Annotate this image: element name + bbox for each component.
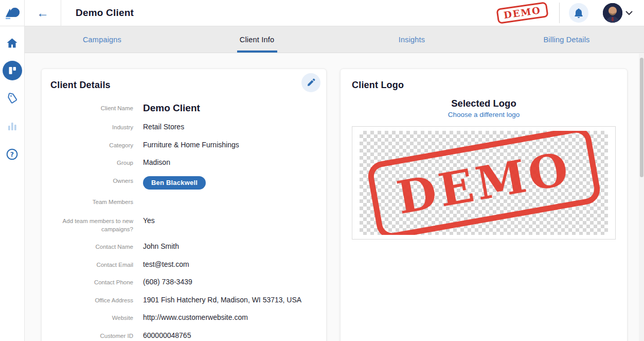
detail-row: GroupMadison — [42, 157, 326, 167]
notification-bell-icon — [574, 8, 584, 19]
sidebar-item-dashboard[interactable] — [3, 61, 22, 80]
bar-chart-icon — [7, 122, 17, 131]
content-area: Client Details Client NameDemo ClientInd… — [25, 54, 644, 341]
detail-row-label: Contact Name — [42, 241, 143, 251]
detail-row-value: Yes — [143, 215, 155, 233]
sidebar-item-help[interactable]: ? — [3, 144, 22, 164]
client-logo-title: Client Logo — [352, 80, 627, 91]
tab-campaigns[interactable]: Campaigns — [25, 26, 180, 53]
detail-row-value: http://www.customerwebsite.com — [143, 312, 248, 322]
detail-row-value: (608) 738-3439 — [143, 277, 192, 287]
detail-row-label: Client Name — [42, 103, 143, 114]
detail-row-label: Add team members to new campaigns? — [42, 215, 143, 233]
detail-row: Customer ID600000048765 — [42, 330, 326, 340]
detail-row: Client NameDemo Client — [42, 103, 326, 114]
tab-billing-details-label: Billing Details — [543, 36, 589, 44]
client-details-title: Client Details — [50, 80, 326, 91]
demo-stamp-badge: DEMO — [496, 2, 548, 24]
detail-row-label: Website — [42, 312, 143, 322]
page-title: Demo Client — [76, 7, 134, 19]
sidebar-item-home[interactable] — [3, 33, 22, 53]
detail-row-value: 600000048765 — [143, 330, 191, 340]
detail-row: OwnersBen Blackwell — [42, 175, 326, 190]
sidebar-item-tags[interactable] — [3, 89, 22, 108]
detail-row-value: test@test.com — [143, 259, 189, 269]
scrollbar-thumb[interactable] — [640, 58, 643, 177]
tab-client-info-label: Client Info — [240, 36, 275, 44]
detail-row: Websitehttp://www.customerwebsite.com — [42, 312, 326, 322]
app-logo[interactable] — [0, 0, 25, 26]
account-menu-chevron[interactable] — [625, 8, 633, 18]
detail-row: Office Address1901 Fish Hatchery Rd, Mad… — [42, 295, 326, 305]
tag-icon — [7, 93, 18, 104]
sidebar-item-reports[interactable] — [3, 116, 22, 136]
detail-row-label: Office Address — [42, 295, 143, 305]
choose-different-logo-link[interactable]: Choose a different logo — [341, 111, 627, 118]
client-details-card: Client Details Client NameDemo ClientInd… — [41, 69, 327, 341]
scrollbar-track[interactable] — [639, 54, 644, 341]
detail-row-label: Team Members — [42, 196, 143, 207]
tab-insights-label: Insights — [399, 36, 425, 44]
tab-insights[interactable]: Insights — [334, 26, 489, 53]
detail-row: CategoryFurniture & Home Furnishings — [42, 140, 326, 150]
back-button[interactable]: ← — [25, 0, 61, 26]
detail-row-value: Furniture & Home Furnishings — [143, 140, 239, 150]
detail-row-label: Customer ID — [42, 330, 143, 340]
home-icon — [7, 38, 17, 48]
detail-row-value: 1901 Fish Hatchery Rd, Madison, WI 53713… — [143, 295, 301, 305]
user-avatar-image — [603, 3, 622, 23]
transparency-checkerboard: DEMO — [360, 131, 608, 235]
tab-campaigns-label: Campaigns — [83, 36, 121, 44]
detail-row: IndustryRetail Stores — [42, 122, 326, 132]
left-arrow-icon: ← — [37, 7, 49, 19]
owner-chip[interactable]: Ben Blackwell — [143, 176, 206, 190]
logo-preview-frame: DEMO — [352, 126, 616, 240]
svg-text:?: ? — [10, 150, 14, 158]
detail-row-label: Contact Email — [42, 259, 143, 269]
app-header: ← Demo Client DEMO — [0, 0, 644, 26]
detail-row: Team Members — [42, 196, 326, 207]
client-tabs: Campaigns Client Info Insights Billing D… — [25, 26, 644, 53]
chevron-down-icon — [625, 11, 633, 15]
notifications-button[interactable] — [569, 3, 588, 23]
demo-logo-stamp: DEMO — [366, 131, 602, 235]
detail-row-label: Owners — [42, 175, 143, 190]
detail-row-value: Ben Blackwell — [143, 175, 206, 190]
detail-row-label: Category — [42, 140, 143, 150]
detail-row: Add team members to new campaigns?Yes — [42, 215, 326, 233]
active-tab-underline — [237, 50, 277, 53]
header-divider — [559, 3, 560, 23]
client-logo-card: Client Logo Selected Logo Choose a diffe… — [340, 69, 628, 341]
detail-row-label: Group — [42, 157, 143, 167]
help-icon: ? — [6, 148, 18, 160]
detail-row-value: John Smith — [143, 241, 179, 251]
dashboard-icon — [7, 65, 17, 76]
main-sidebar: ? — [0, 26, 25, 341]
detail-row: Contact Emailtest@test.com — [42, 259, 326, 269]
tab-client-info[interactable]: Client Info — [180, 26, 334, 53]
detail-row-label: Industry — [42, 122, 143, 132]
detail-row-label: Contact Phone — [42, 277, 143, 287]
user-avatar[interactable] — [603, 3, 622, 23]
detail-row: Contact Phone(608) 738-3439 — [42, 277, 326, 287]
detail-row-value: Demo Client — [143, 103, 200, 114]
tab-billing-details[interactable]: Billing Details — [489, 26, 644, 53]
detail-row-value: Madison — [143, 157, 170, 167]
edit-client-button[interactable] — [301, 73, 320, 92]
app-logo-icon — [5, 6, 20, 20]
detail-row: Contact NameJohn Smith — [42, 241, 326, 251]
selected-logo-heading: Selected Logo — [341, 98, 627, 109]
client-details-rows: Client NameDemo ClientIndustryRetail Sto… — [42, 103, 326, 340]
pencil-icon — [307, 78, 315, 87]
detail-row-value: Retail Stores — [143, 122, 184, 132]
